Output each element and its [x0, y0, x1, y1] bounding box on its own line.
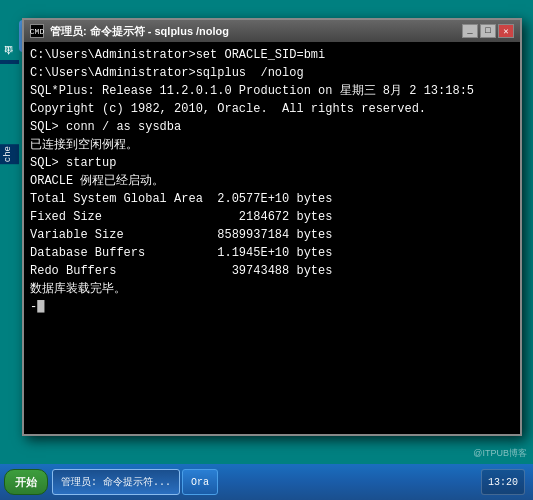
- cmd-line-14: Fixed Size 2184672 bytes: [30, 208, 514, 226]
- start-button[interactable]: 开始: [4, 469, 48, 495]
- system-tray: 13:20: [481, 469, 525, 495]
- side-labels-container: 金山 che: [0, 60, 19, 164]
- cmd-line-19: -: [30, 298, 514, 316]
- cmd-title-icon: CMD: [30, 24, 44, 38]
- cmd-line-8: SQL> conn / as sysdba: [30, 118, 514, 136]
- cmd-titlebar: CMD 管理员: 命令提示符 - sqlplus /nolog _ □ ✕: [24, 20, 520, 42]
- minimize-button[interactable]: _: [462, 24, 478, 38]
- cmd-line-10: SQL> startup: [30, 154, 514, 172]
- cmd-line-11: ORACLE 例程已经启动。: [30, 172, 514, 190]
- cmd-controls: _ □ ✕: [462, 24, 514, 38]
- maximize-button[interactable]: □: [480, 24, 496, 38]
- taskbar-right: 13:20: [481, 469, 529, 495]
- clock-display: 13:20: [488, 477, 518, 488]
- cmd-line-4: SQL*Plus: Release 11.2.0.1.0 Production …: [30, 82, 514, 100]
- cmd-line-9: 已连接到空闲例程。: [30, 136, 514, 154]
- watermark: @ITPUB博客: [473, 447, 527, 460]
- cmd-title-text: 管理员: 命令提示符 - sqlplus /nolog: [50, 24, 462, 39]
- taskbar: 开始 管理员: 命令提示符... Ora 13:20: [0, 464, 533, 500]
- taskbar-item-ora[interactable]: Ora: [182, 469, 218, 495]
- cmd-line-2: C:\Users\Administrator>sqlplus /nolog: [30, 64, 514, 82]
- cmd-window: CMD 管理员: 命令提示符 - sqlplus /nolog _ □ ✕ C:…: [22, 18, 522, 436]
- cmd-line-6: Copyright (c) 1982, 2010, Oracle. All ri…: [30, 100, 514, 118]
- cmd-line-18: 数据库装载完毕。: [30, 280, 514, 298]
- cmd-line-15: Variable Size 8589937184 bytes: [30, 226, 514, 244]
- cmd-line-17: Redo Buffers 39743488 bytes: [30, 262, 514, 280]
- side-label-jinshan: 金山: [0, 60, 19, 64]
- close-button[interactable]: ✕: [498, 24, 514, 38]
- taskbar-items: 管理员: 命令提示符... Ora: [52, 469, 481, 495]
- cmd-line-13: Total System Global Area 2.0577E+10 byte…: [30, 190, 514, 208]
- taskbar-item-cmd[interactable]: 管理员: 命令提示符...: [52, 469, 180, 495]
- cmd-line-16: Database Buffers 1.1945E+10 bytes: [30, 244, 514, 262]
- side-label-che: che: [0, 144, 19, 164]
- cmd-line-0: C:\Users\Administrator>set ORACLE_SID=bm…: [30, 46, 514, 64]
- cmd-body: C:\Users\Administrator>set ORACLE_SID=bm…: [24, 42, 520, 434]
